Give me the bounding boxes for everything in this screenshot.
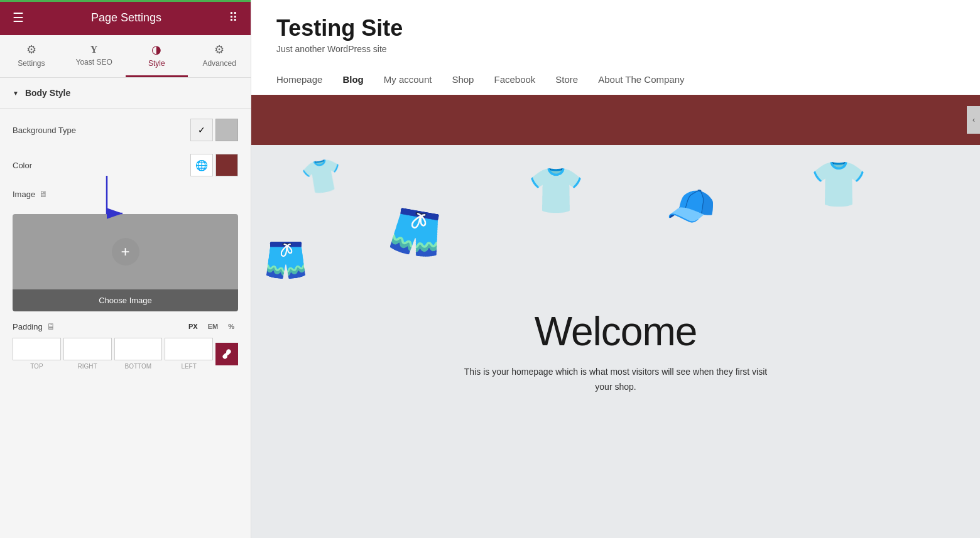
color-swatch[interactable] bbox=[215, 154, 238, 176]
cloth-item-4: 🧢 bbox=[666, 183, 716, 230]
site-title: Testing Site bbox=[276, 15, 955, 41]
color-label: Color bbox=[13, 161, 32, 170]
padding-left-wrap: LEFT bbox=[165, 338, 213, 370]
nav-shop[interactable]: Shop bbox=[452, 74, 474, 85]
nav-about-company[interactable]: About The Company bbox=[598, 74, 684, 85]
cloth-item-5: 👕 bbox=[810, 158, 867, 211]
padding-label: Padding 🖥 bbox=[13, 321, 55, 331]
chain-icon bbox=[222, 349, 232, 359]
padding-top-input[interactable] bbox=[13, 338, 61, 360]
style-icon: ◑ bbox=[151, 43, 161, 56]
background-type-controls: ✓ bbox=[190, 119, 238, 141]
product-showcase: 👕 🩳 👕 🧢 👕 🩳 Welcome This is your homepag… bbox=[251, 145, 980, 538]
panel-content: ▼ Body Style Background Type ✓ Color 🌐 bbox=[0, 78, 251, 538]
plus-circle-icon: + bbox=[112, 238, 139, 266]
blue-arrow bbox=[94, 169, 144, 226]
welcome-title: Welcome bbox=[459, 308, 773, 355]
unit-buttons: PX EM % bbox=[185, 321, 238, 331]
nav-facebook[interactable]: Facebook bbox=[494, 74, 535, 85]
right-content: Testing Site Just another WordPress site… bbox=[251, 0, 980, 538]
tab-settings[interactable]: ⚙ Settings bbox=[0, 35, 63, 77]
left-panel: ☰ Page Settings ⠿ ⚙ Settings Y Yoast SEO… bbox=[0, 0, 251, 538]
background-type-image-btn[interactable] bbox=[215, 119, 238, 141]
panel-tabs: ⚙ Settings Y Yoast SEO ◑ Style ⚙ Advance… bbox=[0, 35, 251, 78]
padding-header: Padding 🖥 PX EM % bbox=[13, 321, 238, 331]
site-subtitle: Just another WordPress site bbox=[276, 44, 955, 54]
panel-header: ☰ Page Settings ⠿ bbox=[0, 0, 251, 35]
tab-advanced-label: Advanced bbox=[202, 59, 236, 68]
unit-px-btn[interactable]: PX bbox=[185, 321, 202, 331]
advanced-icon: ⚙ bbox=[214, 43, 224, 56]
padding-bottom-input[interactable] bbox=[114, 338, 163, 360]
settings-icon: ⚙ bbox=[26, 43, 36, 56]
cloth-item-6: 🩳 bbox=[264, 239, 308, 281]
chevron-icon: ▼ bbox=[13, 90, 19, 97]
tab-style-label: Style bbox=[148, 59, 165, 68]
background-type-label: Background Type bbox=[13, 126, 76, 135]
padding-left-input[interactable] bbox=[165, 338, 213, 360]
tab-advanced[interactable]: ⚙ Advanced bbox=[188, 35, 251, 77]
padding-monitor-icon: 🖥 bbox=[46, 321, 55, 331]
padding-bottom-label: BOTTOM bbox=[125, 363, 152, 370]
nav-bar: Homepage Blog My account Shop Facebook S… bbox=[251, 64, 980, 95]
hero-banner: ‹ bbox=[251, 95, 980, 145]
cloth-item-2: 🩳 bbox=[386, 203, 447, 262]
color-global-btn[interactable]: 🌐 bbox=[190, 154, 213, 176]
section-title: Body Style bbox=[25, 88, 70, 98]
unit-percent-btn[interactable]: % bbox=[224, 321, 238, 331]
nav-my-account[interactable]: My account bbox=[384, 74, 432, 85]
unit-em-btn[interactable]: EM bbox=[204, 321, 222, 331]
color-controls: 🌐 bbox=[190, 154, 238, 176]
padding-top-label: TOP bbox=[30, 363, 43, 370]
image-upload-area: + Choose Image bbox=[13, 214, 238, 311]
settings-group: Background Type ✓ Color 🌐 Image 🖥 bbox=[0, 109, 251, 214]
padding-top-wrap: TOP bbox=[13, 338, 61, 370]
tab-yoast-label: Yoast SEO bbox=[75, 58, 112, 67]
background-type-color-btn[interactable]: ✓ bbox=[190, 119, 213, 141]
padding-bottom-wrap: BOTTOM bbox=[114, 338, 163, 370]
section-header-body-style[interactable]: ▼ Body Style bbox=[0, 78, 251, 109]
padding-left-label: LEFT bbox=[181, 363, 196, 370]
clothing-items: 👕 🩳 👕 🧢 👕 🩳 bbox=[264, 158, 967, 296]
tab-style[interactable]: ◑ Style bbox=[126, 35, 188, 77]
padding-link-button[interactable] bbox=[215, 343, 238, 365]
cloth-item-3: 👕 bbox=[528, 164, 584, 217]
nav-homepage[interactable]: Homepage bbox=[276, 74, 322, 85]
welcome-section: Welcome This is your homepage which is w… bbox=[446, 296, 785, 407]
panel-title: Page Settings bbox=[91, 11, 161, 24]
padding-inputs: TOP RIGHT BOTTOM LEFT bbox=[13, 338, 238, 370]
nav-store[interactable]: Store bbox=[555, 74, 578, 85]
site-header: Testing Site Just another WordPress site bbox=[251, 0, 980, 64]
tab-yoast-seo[interactable]: Y Yoast SEO bbox=[63, 35, 126, 77]
nav-blog[interactable]: Blog bbox=[342, 74, 363, 85]
choose-image-button[interactable]: Choose Image bbox=[13, 289, 238, 311]
cloth-item-1: 👕 bbox=[298, 154, 346, 199]
padding-right-input[interactable] bbox=[63, 338, 112, 360]
padding-section: Padding 🖥 PX EM % TOP RIGHT bbox=[13, 321, 238, 370]
monitor-icon: 🖥 bbox=[39, 189, 48, 199]
grid-icon[interactable]: ⠿ bbox=[229, 10, 238, 25]
tab-settings-label: Settings bbox=[18, 59, 45, 68]
background-type-row: Background Type ✓ bbox=[13, 119, 238, 141]
yoast-icon: Y bbox=[90, 44, 98, 55]
hamburger-icon[interactable]: ☰ bbox=[13, 10, 24, 25]
welcome-text: This is your homepage which is what most… bbox=[459, 365, 773, 395]
padding-right-wrap: RIGHT bbox=[63, 338, 112, 370]
padding-right-label: RIGHT bbox=[78, 363, 97, 370]
collapse-panel-button[interactable]: ‹ bbox=[967, 106, 980, 134]
image-label: Image 🖥 bbox=[13, 189, 48, 199]
